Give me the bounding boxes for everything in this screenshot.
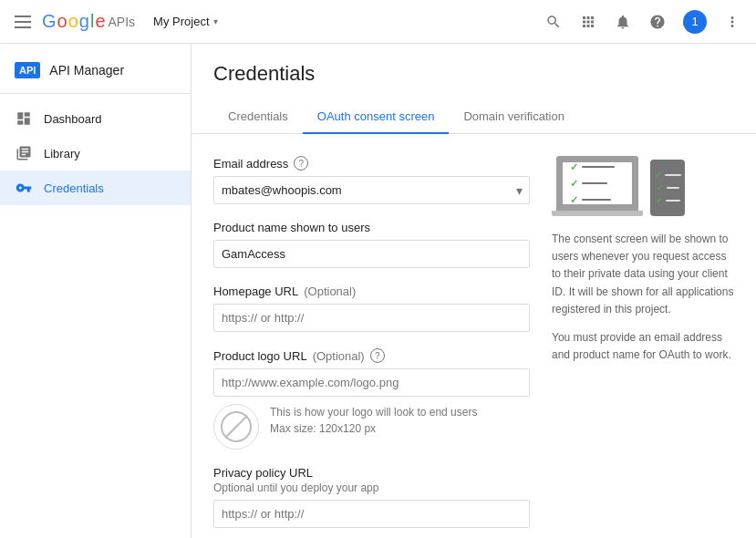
sidebar: API API Manager Dashboard Library Cred bbox=[0, 44, 192, 538]
phone-illustration: ✓ ✓ ✓ bbox=[650, 160, 685, 216]
sidebar-nav: Dashboard Library Credentials bbox=[0, 94, 191, 205]
info-description-1: The consent screen will be shown to user… bbox=[552, 231, 734, 318]
info-section: ✓ ✓ ✓ bbox=[552, 156, 734, 538]
key-icon bbox=[15, 180, 33, 196]
sidebar-title: API Manager bbox=[49, 63, 124, 78]
product-logo-label: Product logo URL (Optional) ? bbox=[213, 348, 530, 363]
info-description-2: You must provide an email address and pr… bbox=[552, 329, 734, 364]
main-body: Email address ? mbates@whoopis.com ▾ Pro… bbox=[192, 134, 756, 538]
oauth-form: Email address ? mbates@whoopis.com ▾ Pro… bbox=[213, 156, 530, 538]
sidebar-item-library[interactable]: Library bbox=[0, 136, 191, 171]
laptop-illustration: ✓ ✓ ✓ bbox=[552, 156, 643, 216]
page-title: Credentials bbox=[213, 62, 734, 86]
privacy-label: Privacy policy URL bbox=[213, 466, 530, 480]
more-vert-icon[interactable] bbox=[723, 13, 741, 31]
sidebar-item-credentials-label: Credentials bbox=[44, 181, 104, 195]
logo-placeholder bbox=[213, 404, 259, 450]
logo-hint: This is how your logo will look to end u… bbox=[270, 404, 477, 437]
library-icon bbox=[15, 145, 33, 161]
homepage-input[interactable] bbox=[213, 304, 530, 332]
project-selector[interactable]: My Project ▾ bbox=[153, 15, 217, 28]
tab-credentials[interactable]: Credentials bbox=[213, 100, 303, 134]
avatar[interactable]: 1 bbox=[683, 10, 707, 34]
product-name-input[interactable] bbox=[213, 240, 530, 268]
google-logo: Google APIs bbox=[42, 11, 135, 32]
tab-domain[interactable]: Domain verification bbox=[449, 100, 579, 134]
email-select-wrapper: mbates@whoopis.com ▾ bbox=[213, 176, 530, 204]
main-header: Credentials Credentials OAuth consent sc… bbox=[192, 44, 756, 134]
chevron-down-icon: ▾ bbox=[213, 16, 218, 26]
topbar: Google APIs My Project ▾ 1 bbox=[0, 0, 756, 44]
privacy-field-group: Privacy policy URL Optional until you de… bbox=[213, 466, 530, 528]
logo-preview: This is how your logo will look to end u… bbox=[213, 404, 530, 450]
sidebar-item-credentials[interactable]: Credentials bbox=[0, 171, 191, 205]
product-logo-field-group: Product logo URL (Optional) ? bbox=[213, 348, 530, 450]
tab-bar: Credentials OAuth consent screen Domain … bbox=[213, 100, 734, 133]
help-icon[interactable] bbox=[648, 13, 667, 31]
main-content: Credentials Credentials OAuth consent sc… bbox=[192, 44, 756, 538]
product-logo-input[interactable] bbox=[213, 368, 530, 397]
search-icon[interactable] bbox=[544, 13, 563, 31]
product-name-label: Product name shown to users bbox=[213, 221, 530, 234]
tab-oauth[interactable]: OAuth consent screen bbox=[303, 100, 450, 134]
apps-icon[interactable] bbox=[579, 13, 597, 31]
sidebar-item-dashboard-label: Dashboard bbox=[44, 112, 102, 126]
notifications-icon[interactable] bbox=[614, 13, 632, 31]
main-layout: API API Manager Dashboard Library Cred bbox=[0, 44, 756, 538]
email-label: Email address ? bbox=[213, 156, 530, 171]
sidebar-item-dashboard[interactable]: Dashboard bbox=[0, 101, 191, 136]
sidebar-header: API API Manager bbox=[0, 51, 191, 94]
product-name-field-group: Product name shown to users bbox=[213, 221, 530, 268]
product-logo-help-icon[interactable]: ? bbox=[370, 348, 385, 363]
homepage-label: Homepage URL (Optional) bbox=[213, 285, 530, 298]
api-icon: API bbox=[15, 62, 40, 78]
email-select[interactable]: mbates@whoopis.com bbox=[213, 176, 530, 204]
email-help-icon[interactable]: ? bbox=[294, 156, 308, 171]
menu-icon[interactable] bbox=[15, 16, 31, 28]
homepage-field-group: Homepage URL (Optional) bbox=[213, 285, 530, 332]
svg-line-1 bbox=[225, 416, 247, 438]
dashboard-icon bbox=[15, 110, 33, 127]
sidebar-item-library-label: Library bbox=[44, 147, 80, 160]
privacy-optional: Optional until you deploy your app bbox=[213, 481, 530, 494]
privacy-input[interactable] bbox=[213, 500, 530, 528]
email-field-group: Email address ? mbates@whoopis.com ▾ bbox=[213, 156, 530, 204]
device-illustration: ✓ ✓ ✓ bbox=[552, 156, 734, 216]
